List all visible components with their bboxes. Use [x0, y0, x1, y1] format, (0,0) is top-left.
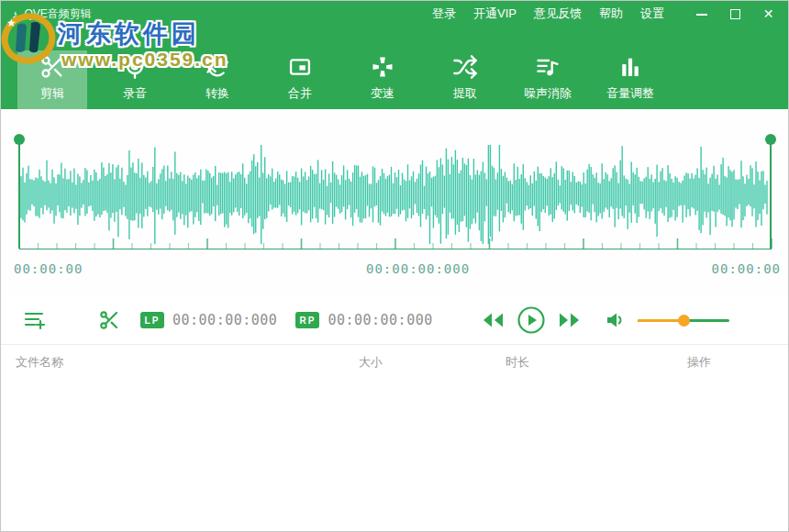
tab-label: 转换 [206, 85, 229, 102]
rewind-button[interactable] [481, 312, 505, 328]
noise-removal-icon [535, 52, 561, 82]
column-size: 大小 [359, 354, 506, 371]
tab-speed[interactable]: 变速 [348, 50, 417, 109]
app-title: QVE音频剪辑 [25, 6, 92, 22]
title-bar: ♪ QVE音频剪辑 登录 开通VIP 意见反馈 帮助 设置 ✕ [1, 1, 788, 27]
forward-button[interactable] [558, 312, 582, 328]
scissors-icon [39, 52, 65, 82]
tab-label: 音量调整 [606, 85, 654, 102]
speed-pad-icon [370, 52, 395, 82]
end-timecode: 00:00:00 [712, 261, 781, 276]
minimize-icon[interactable] [695, 7, 708, 20]
maximize-icon[interactable] [728, 7, 741, 20]
tab-label: 录音 [123, 85, 147, 102]
tab-label: 剪辑 [40, 85, 64, 102]
tab-cut[interactable]: 剪辑 [17, 50, 87, 109]
timeline-ticks [19, 238, 772, 249]
speaker-icon[interactable] [606, 311, 625, 329]
tab-label: 合并 [288, 85, 312, 102]
left-point-time: 00:00:00:000 [172, 312, 277, 328]
file-table-header: 文件名称 大小 时长 操作 [1, 345, 788, 380]
titlebar-menu: 登录 开通VIP 意见反馈 帮助 设置 [432, 6, 664, 22]
column-actions: 操作 [687, 354, 773, 371]
tab-volume-adjust[interactable]: 音量调整 [595, 50, 665, 109]
refresh-icon [205, 52, 230, 82]
feedback-link[interactable]: 意见反馈 [534, 6, 582, 22]
tab-label: 变速 [371, 85, 394, 102]
play-button[interactable] [517, 305, 546, 335]
column-filename: 文件名称 [16, 354, 359, 371]
file-table-body[interactable] [1, 380, 788, 528]
help-link[interactable]: 帮助 [599, 6, 623, 22]
tab-extract[interactable]: 提取 [430, 50, 500, 109]
close-icon[interactable]: ✕ [761, 7, 775, 20]
right-point-time: 00:00:00:000 [328, 312, 432, 328]
add-to-list-button[interactable] [23, 309, 47, 331]
cut-button[interactable] [98, 309, 120, 331]
vip-link[interactable]: 开通VIP [473, 6, 517, 22]
start-timecode: 00:00:00 [14, 261, 83, 276]
waveform-bars [20, 145, 767, 244]
tab-merge[interactable]: 合并 [265, 50, 335, 109]
window-controls: ✕ [695, 7, 775, 20]
right-point-badge: RP [295, 312, 319, 328]
microphone-icon [122, 52, 148, 82]
merge-icon [287, 52, 313, 82]
volume-bars-icon [617, 52, 643, 82]
shuffle-icon [452, 52, 478, 82]
app-window: ♪ QVE音频剪辑 登录 开通VIP 意见反馈 帮助 设置 ✕ 剪辑 录音 [0, 0, 789, 532]
settings-link[interactable]: 设置 [640, 6, 664, 22]
tab-label: 噪声消除 [524, 85, 572, 102]
tab-convert[interactable]: 转换 [183, 50, 252, 109]
tab-label: 提取 [453, 85, 477, 102]
transport-bar: LP 00:00:00:000 RP 00:00:00:000 [1, 296, 788, 344]
cursor-timecode: 00:00:00:000 [366, 261, 470, 276]
main-toolbar: 剪辑 录音 转换 合并 变速 [1, 27, 788, 109]
file-table: 文件名称 大小 时长 操作 [1, 344, 788, 528]
tab-noise-removal[interactable]: 噪声消除 [513, 50, 583, 109]
waveform-panel[interactable]: 00:00:00 00:00:00:000 00:00:00 [1, 109, 788, 296]
login-link[interactable]: 登录 [432, 6, 456, 22]
volume-fill [638, 319, 683, 322]
left-point-badge: LP [140, 312, 164, 328]
tab-record[interactable]: 录音 [100, 50, 170, 109]
volume-slider[interactable] [638, 314, 729, 327]
music-note-icon: ♪ [12, 8, 18, 20]
waveform-display[interactable] [1, 109, 789, 256]
column-duration: 时长 [506, 354, 687, 371]
volume-handle[interactable] [678, 315, 690, 327]
